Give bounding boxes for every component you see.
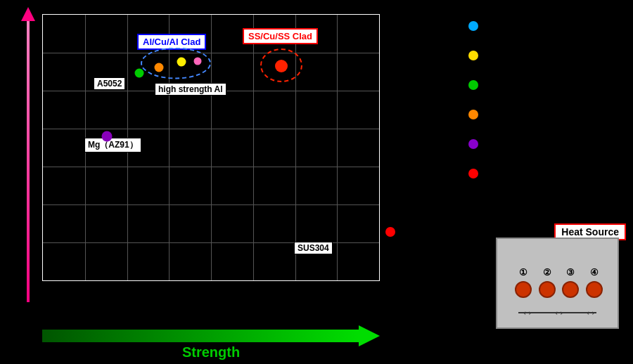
dashed-circle-red (260, 48, 302, 82)
a5052-label: A5052 (94, 77, 125, 90)
y-arrow-head (21, 7, 35, 21)
heater-2 (539, 281, 556, 298)
legend-dot-purple (468, 139, 478, 149)
legend-dot-green (468, 80, 478, 90)
heat-source-diagram: Heat Source ① ② ③ ④ ↔ ↔ ↔ (489, 223, 626, 336)
heater-1 (515, 281, 532, 298)
heater-4 (586, 281, 603, 298)
ss-cu-ss-label: SS/Cu/SS Clad (243, 28, 318, 44)
legend-dot-orange (468, 110, 478, 119)
x-axis-label: Strength (42, 344, 380, 360)
legend-dot-red (468, 169, 478, 178)
heat-num-2: ② (543, 267, 551, 278)
strength-arrow-body (42, 330, 359, 342)
heat-num-1: ① (519, 267, 528, 278)
x-axis-arrow (42, 325, 380, 346)
grid-line-v-7 (337, 15, 338, 280)
y-arrow-line (27, 21, 30, 302)
heat-num-3: ③ (566, 267, 575, 278)
dashed-circle-blue (141, 48, 211, 79)
legend-dot-blue (468, 21, 478, 31)
heat-circles-row (497, 281, 620, 298)
mg-label: Mg（AZ91） (84, 138, 141, 152)
bracket-line (518, 312, 596, 313)
y-axis-arrow (21, 7, 35, 302)
grid-line-v-4 (211, 15, 212, 280)
sus304-label: SUS304 (294, 242, 333, 254)
heat-num-4: ④ (590, 267, 599, 278)
data-point-purple (102, 131, 113, 142)
data-point-green (135, 69, 144, 78)
legend-dot-yellow (468, 51, 478, 60)
heat-box: ① ② ③ ④ ↔ ↔ ↔ (496, 238, 619, 329)
heat-numbers: ① ② ③ ④ (497, 267, 620, 278)
legend-area (468, 21, 478, 178)
grid-line-v-5 (253, 15, 254, 280)
heater-3 (562, 281, 579, 298)
strength-arrow-tip (359, 325, 380, 346)
data-point-red-bottom (385, 227, 395, 237)
high-strength-al-label: high strength Al (155, 83, 226, 96)
